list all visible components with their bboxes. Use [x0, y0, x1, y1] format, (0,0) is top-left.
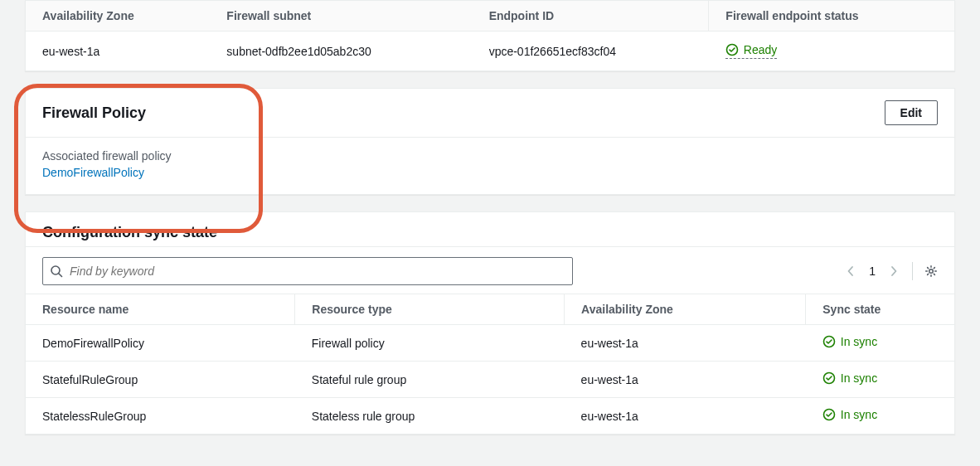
page-number: 1	[869, 265, 876, 278]
cell-availability-zone: eu-west-1a	[565, 325, 806, 362]
col-endpoint-id: Endpoint ID	[473, 1, 709, 32]
pagination: 1	[844, 262, 938, 280]
search-input-wrapper[interactable]	[42, 257, 573, 285]
cell-endpoint-id: vpce-01f26651ecf83cf04	[473, 32, 709, 71]
cell-resource-type: Stateful rule group	[295, 362, 565, 398]
cell-endpoint-status: Ready	[709, 32, 954, 71]
status-badge: In sync	[822, 371, 877, 385]
cell-sync-state: In sync	[806, 325, 954, 362]
table-row: StatelessRuleGroupStateless rule groupeu…	[26, 398, 954, 434]
table-row: StatefulRuleGroupStateful rule groupeu-w…	[26, 362, 954, 398]
col-sync-state: Sync state	[806, 294, 954, 325]
status-badge: In sync	[822, 408, 877, 421]
cell-sync-state: In sync	[806, 398, 954, 434]
status-text: Ready	[744, 43, 777, 56]
col-availability-zone: Availability Zone	[26, 1, 210, 32]
cell-resource-name: DemoFirewallPolicy	[26, 325, 295, 362]
cell-resource-name: StatefulRuleGroup	[26, 362, 295, 398]
sync-state-text: In sync	[841, 371, 877, 385]
divider	[912, 262, 913, 280]
search-icon	[50, 265, 63, 278]
cell-availability-zone: eu-west-1a	[565, 398, 806, 434]
config-sync-title: Configuration sync state	[42, 224, 217, 241]
chevron-right-icon[interactable]	[887, 265, 900, 278]
check-circle-icon	[822, 335, 836, 348]
sync-state-text: In sync	[841, 335, 877, 348]
subnet-panel: Availability Zone Firewall subnet Endpoi…	[25, 0, 955, 71]
status-badge: Ready	[725, 43, 777, 59]
cell-availability-zone: eu-west-1a	[565, 362, 806, 398]
cell-resource-type: Stateless rule group	[295, 398, 565, 434]
gear-icon[interactable]	[924, 265, 938, 278]
col-resource-type: Resource type	[295, 294, 565, 325]
config-table-header-row: Resource name Resource type Availability…	[26, 294, 954, 325]
check-circle-icon	[822, 408, 836, 421]
cell-firewall-subnet: subnet-0dfb2ee1d05ab2c30	[210, 32, 472, 71]
subnet-table: Availability Zone Firewall subnet Endpoi…	[26, 1, 954, 70]
col-availability-zone: Availability Zone	[565, 294, 806, 325]
cell-resource-name: StatelessRuleGroup	[26, 398, 295, 434]
edit-button[interactable]: Edit	[885, 100, 938, 125]
config-sync-table: Resource name Resource type Availability…	[26, 294, 954, 434]
cell-resource-type: Firewall policy	[295, 325, 565, 362]
search-input[interactable]	[68, 264, 565, 279]
sync-state-text: In sync	[841, 408, 877, 421]
col-endpoint-status: Firewall endpoint status	[709, 1, 954, 32]
subnet-table-header-row: Availability Zone Firewall subnet Endpoi…	[26, 1, 954, 32]
svg-point-3	[929, 269, 934, 274]
svg-line-2	[59, 274, 62, 277]
col-firewall-subnet: Firewall subnet	[210, 1, 472, 32]
cell-availability-zone: eu-west-1a	[26, 32, 210, 71]
check-circle-icon	[822, 371, 836, 385]
col-resource-name: Resource name	[26, 294, 295, 325]
status-badge: In sync	[822, 335, 877, 348]
associated-policy-link[interactable]: DemoFirewallPolicy	[42, 166, 144, 179]
table-row: eu-west-1a subnet-0dfb2ee1d05ab2c30 vpce…	[26, 32, 954, 71]
chevron-left-icon[interactable]	[844, 265, 857, 278]
page-title: Firewall Policy	[42, 104, 146, 122]
associated-policy-label: Associated firewall policy	[42, 149, 938, 163]
cell-sync-state: In sync	[806, 362, 954, 398]
config-sync-panel: Configuration sync state 1	[25, 211, 955, 434]
table-row: DemoFirewallPolicyFirewall policyeu-west…	[26, 325, 954, 362]
check-circle-icon	[725, 43, 739, 56]
firewall-policy-panel: Firewall Policy Edit Associated firewall…	[25, 88, 955, 195]
